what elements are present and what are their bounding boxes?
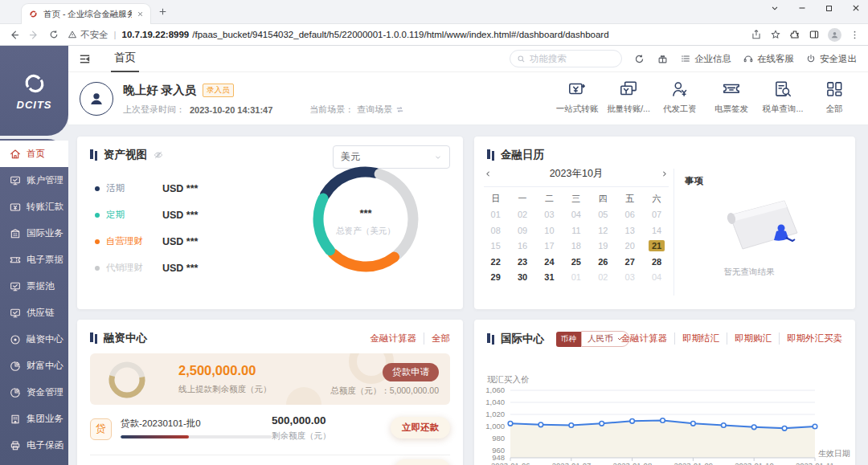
calendar-day[interactable]: 09 xyxy=(509,222,535,239)
reload-icon[interactable] xyxy=(48,29,59,40)
bank-icon xyxy=(9,227,22,240)
window-close-icon[interactable] xyxy=(850,2,862,14)
calendar-day[interactable]: 03 xyxy=(616,270,643,286)
calendar-day[interactable]: 02 xyxy=(509,207,535,223)
sidebar-item-transfer[interactable]: 转账汇款 xyxy=(0,194,68,220)
calendar-prev-icon[interactable] xyxy=(484,169,493,178)
link-全部[interactable]: 全部 xyxy=(424,332,450,345)
sidebar-item-international[interactable]: 国际业务 xyxy=(0,220,68,247)
calendar-day[interactable]: 23 xyxy=(509,254,535,270)
calendar-day[interactable]: 15 xyxy=(482,239,509,255)
sidebar-item-funds[interactable]: 资金管理 xyxy=(0,379,68,406)
quick-action-salary[interactable]: 代发工资 xyxy=(657,79,702,115)
calendar-month: 2023年10月 xyxy=(550,167,604,181)
calendar-day[interactable]: 04 xyxy=(563,207,589,223)
url-host: 10.7.19.22:8999 xyxy=(122,30,190,39)
calendar-day[interactable]: 18 xyxy=(563,239,589,255)
back-icon[interactable] xyxy=(8,29,20,41)
new-tab-button[interactable] xyxy=(158,6,168,17)
calendar-day[interactable]: 20 xyxy=(616,239,643,255)
browser-profile-avatar[interactable] xyxy=(828,28,841,42)
browser-menu-icon[interactable] xyxy=(850,30,860,40)
repay-now-button[interactable]: 立即还款 xyxy=(391,417,450,438)
loan-apply-button[interactable]: 贷款申请 xyxy=(383,363,439,381)
repay-now-button-partial[interactable] xyxy=(395,459,450,465)
link-金融计算器[interactable]: 金融计算器 xyxy=(371,332,417,345)
calendar-day[interactable]: 24 xyxy=(536,254,563,270)
safe-exit-button[interactable]: 安全退出 xyxy=(805,53,857,65)
asset-view-card: 资产视图 美元 活期 USD *** 定期 USD *** 自营理财 USD *… xyxy=(77,137,463,309)
window-minimize-icon[interactable] xyxy=(796,2,808,14)
collapse-menu-icon[interactable] xyxy=(78,52,92,66)
sidebar-item-home[interactable]: 首页 xyxy=(0,141,68,167)
calendar-day[interactable]: 11 xyxy=(563,222,589,239)
calendar-day[interactable]: 25 xyxy=(563,254,589,270)
enterprise-info-button[interactable]: 企业信息 xyxy=(680,53,731,65)
calendar-day[interactable]: 14 xyxy=(643,222,669,239)
calendar-day[interactable]: 03 xyxy=(536,207,563,223)
search-box[interactable] xyxy=(510,50,622,67)
sidebar-item-group-biz[interactable]: 集团业务 xyxy=(0,406,68,432)
day-header: 四 xyxy=(590,191,616,207)
quick-action-e-ticket-issue[interactable]: 电票签发 xyxy=(709,79,754,115)
calendar-day[interactable]: 26 xyxy=(590,254,616,270)
tab-home[interactable]: 首页 xyxy=(111,46,139,72)
sidebar-item-supply-chain[interactable]: 供应链 xyxy=(0,300,68,326)
sidebar-item-financing[interactable]: 融资中心 xyxy=(0,326,68,353)
forward-icon[interactable] xyxy=(28,29,40,41)
refresh-icon[interactable] xyxy=(633,53,645,65)
url-text[interactable]: 不安全 | 10.7.19.22:8999/fpaas_bucket/94154… xyxy=(68,29,743,41)
bookmark-star-icon[interactable] xyxy=(770,29,781,40)
scene-switch-icon[interactable] xyxy=(395,105,404,114)
online-service-button[interactable]: 在线客服 xyxy=(743,53,794,65)
calendar-next-icon[interactable] xyxy=(660,169,669,178)
side-panel-icon[interactable] xyxy=(809,29,820,40)
quick-action-one-stop-transfer[interactable]: 一站式转账 xyxy=(555,79,600,115)
loan-remaining-label: 剩余额度（元） xyxy=(272,430,331,442)
calendar-day[interactable]: 19 xyxy=(590,239,616,255)
remaining-quota-amount: 2,500,000.00 xyxy=(178,363,256,378)
calendar-day[interactable]: 01 xyxy=(482,207,509,223)
calendar-day[interactable]: 05 xyxy=(590,207,616,223)
share-icon[interactable] xyxy=(751,29,762,40)
window-chevron-icon[interactable] xyxy=(769,2,780,14)
calendar-day[interactable]: 10 xyxy=(536,222,563,239)
calendar-day[interactable]: 13 xyxy=(616,222,643,239)
empty-result-text: 暂无查询结果 xyxy=(685,267,813,278)
calendar-day[interactable]: 01 xyxy=(563,270,589,286)
sidebar-item-bill-pool[interactable]: 票据池 xyxy=(0,273,68,300)
calendar-day[interactable]: 31 xyxy=(536,270,563,286)
calendar-day[interactable]: 17 xyxy=(536,239,563,255)
sidebar-item-e-bill[interactable]: 电子票据 xyxy=(0,247,68,273)
calendar-day[interactable]: 22 xyxy=(482,254,509,270)
calendar-day[interactable]: 07 xyxy=(643,207,669,223)
calendar-day-today[interactable]: 21 xyxy=(643,239,669,255)
quick-action-all[interactable]: 全部 xyxy=(812,79,857,115)
calendar-day[interactable]: 06 xyxy=(616,207,643,223)
calendar-day[interactable]: 16 xyxy=(509,239,535,255)
user-avatar[interactable] xyxy=(80,82,113,116)
tab-close-icon[interactable] xyxy=(137,10,144,18)
welcome-meta: 上次登录时间：2023-10-20 14:31:47 当前场景：查询场景 xyxy=(123,104,404,116)
window-maximize-icon[interactable] xyxy=(824,3,834,14)
calendar-day[interactable]: 30 xyxy=(509,270,535,286)
calendar-day[interactable]: 02 xyxy=(590,270,616,286)
extensions-icon[interactable] xyxy=(789,29,800,40)
calendar-day[interactable]: 08 xyxy=(482,222,509,239)
quick-action-batch-transfer[interactable]: 批量转账/... xyxy=(606,79,651,115)
calendar-nav: 2023年10月 xyxy=(484,167,669,181)
sidebar-item-account[interactable]: 账户管理 xyxy=(0,167,68,194)
search-input[interactable] xyxy=(530,54,610,63)
browser-tab[interactable]: 首页 - 企业综合金融服务平台 xyxy=(21,3,151,24)
calendar-day[interactable]: 27 xyxy=(616,254,643,270)
calendar-day[interactable]: 12 xyxy=(590,222,616,239)
target-icon xyxy=(9,333,22,346)
calendar-day[interactable]: 28 xyxy=(643,254,669,270)
quick-actions: 一站式转账 批量转账/... 代发工资 电票签发 税单查询... 全部 xyxy=(555,79,857,115)
quick-action-tax-query[interactable]: 税单查询... xyxy=(760,79,805,115)
gift-icon[interactable] xyxy=(657,53,669,65)
calendar-day[interactable]: 29 xyxy=(482,270,509,286)
sidebar-item-wealth[interactable]: 财富中心 xyxy=(0,353,68,379)
calendar-day[interactable]: 04 xyxy=(643,270,669,286)
sidebar-item-e-guarantee[interactable]: 电子保函 xyxy=(0,432,68,459)
